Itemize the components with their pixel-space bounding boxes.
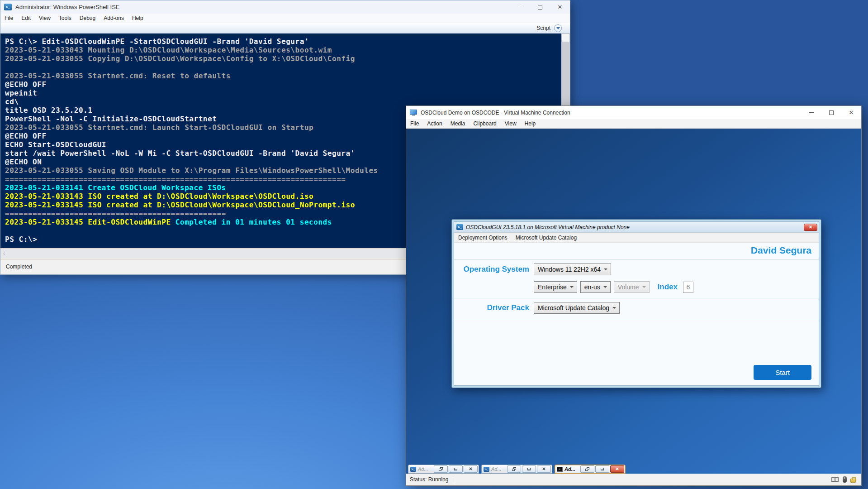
vm-window-title: OSDCloud Demo on OSDCODE - Virtual Machi… bbox=[421, 110, 802, 116]
maximize-button[interactable] bbox=[821, 106, 841, 119]
vm-connection-window: OSDCloud Demo on OSDCODE - Virtual Machi… bbox=[406, 105, 862, 486]
menu-item-file[interactable]: File bbox=[406, 119, 423, 128]
console-text-segment: PS C:\> bbox=[5, 235, 37, 244]
close-button[interactable]: ✕ bbox=[841, 106, 861, 119]
console-line: 2023-05-21-033055 Startnet.cmd: Reset to… bbox=[5, 72, 561, 80]
restore-button[interactable] bbox=[434, 465, 448, 473]
close-icon: ✕ bbox=[809, 225, 812, 230]
menu-item-add-ons[interactable]: Add-ons bbox=[100, 14, 128, 23]
chevron-down-icon bbox=[642, 286, 646, 288]
console-text-segment: wpeinit bbox=[5, 89, 37, 97]
menu-item-deployment-options[interactable]: Deployment Options bbox=[454, 233, 512, 242]
edition-dropdown[interactable]: Enterprise bbox=[534, 281, 577, 293]
console-text-segment: @ECHO OFF bbox=[5, 80, 47, 89]
gui-window-title: OSDCloudGUI 23.5.18.1 on Microsoft Virtu… bbox=[466, 224, 804, 230]
language-dropdown[interactable]: en-us bbox=[580, 281, 611, 293]
caption-label[interactable]: c:Ad... bbox=[556, 466, 579, 472]
keyboard-icon bbox=[831, 477, 839, 482]
console-text-segment: title OSD 23.5.20.1 bbox=[5, 106, 92, 115]
vm-monitor-icon bbox=[410, 110, 417, 116]
gui-titlebar[interactable]: >_ OSDCloudGUI 23.5.18.1 on Microsoft Vi… bbox=[454, 222, 819, 233]
gui-menubar: Deployment OptionsMicrosoft Update Catal… bbox=[454, 233, 819, 243]
maximize-button[interactable] bbox=[530, 0, 550, 14]
menu-item-view[interactable]: View bbox=[35, 14, 55, 23]
cmd-icon: c: bbox=[557, 467, 563, 472]
menu-item-action[interactable]: Action bbox=[423, 119, 446, 128]
restore-icon bbox=[512, 467, 516, 471]
ise-titlebar[interactable]: >_ Administrator: Windows PowerShell ISE… bbox=[0, 0, 570, 14]
powershell-icon: >_ bbox=[484, 467, 489, 472]
console-line: wpeinit bbox=[5, 89, 561, 97]
minimize-button[interactable] bbox=[522, 465, 536, 473]
console-text-segment: 2023-05-21-033145 Edit-OSDCloudWinPE bbox=[5, 218, 175, 226]
lock-icon bbox=[850, 479, 856, 483]
driver-pack-dropdown[interactable]: Microsoft Update Catalog bbox=[534, 302, 620, 314]
caption-label[interactable]: >_Ad... bbox=[483, 466, 506, 472]
restore-button[interactable] bbox=[507, 465, 521, 473]
console-text-segment: 2023-05-21-033055 Startnet.cmd: Reset to… bbox=[5, 72, 231, 80]
minimize-button[interactable] bbox=[449, 465, 463, 473]
maximize-icon bbox=[538, 5, 542, 10]
restore-button[interactable] bbox=[580, 465, 594, 473]
minimize-button[interactable] bbox=[510, 0, 530, 14]
menu-item-microsoft-update-catalog[interactable]: Microsoft Update Catalog bbox=[512, 233, 581, 242]
minimize-button[interactable] bbox=[595, 465, 609, 473]
mouse-icon bbox=[843, 476, 847, 483]
caption-label[interactable]: >_Ad... bbox=[409, 466, 433, 472]
console-line: PS C:\> Edit-OSDCloudWinPE -StartOSDClou… bbox=[5, 37, 561, 46]
close-icon: ✕ bbox=[615, 467, 619, 471]
console-text-segment: @ECHO OFF bbox=[5, 132, 47, 140]
powershell-icon: >_ bbox=[4, 4, 12, 10]
caption-title: Ad... bbox=[564, 466, 575, 472]
vm-screen[interactable]: >_ OSDCloudGUI 23.5.18.1 on Microsoft Vi… bbox=[406, 129, 861, 474]
console-text-segment: 2023-05-21-033055 Saving OSD Module to X… bbox=[5, 166, 378, 175]
close-button[interactable]: ✕ bbox=[464, 465, 478, 473]
index-field[interactable]: 6 bbox=[683, 282, 693, 293]
maximize-icon bbox=[829, 110, 834, 115]
menu-item-clipboard[interactable]: Clipboard bbox=[469, 119, 500, 128]
operating-system-dropdown[interactable]: Windows 11 22H2 x64 bbox=[534, 264, 611, 275]
license-dropdown[interactable]: Volume bbox=[614, 281, 650, 293]
menu-item-help[interactable]: Help bbox=[521, 119, 540, 128]
menu-item-edit[interactable]: Edit bbox=[17, 14, 35, 23]
console-text-segment: Completed in 01 minutes 01 seconds bbox=[175, 218, 332, 226]
chevron-down-icon bbox=[603, 286, 607, 288]
caption-title: Ad... bbox=[418, 466, 428, 472]
chevron-down-icon bbox=[612, 307, 616, 309]
vm-status-text: Status: Running bbox=[410, 476, 448, 483]
console-text-segment: 2023-05-21-033055 Copying D:\OSDCloud\Wo… bbox=[5, 54, 355, 63]
vm-menubar: FileActionMediaClipboardViewHelp bbox=[406, 119, 861, 129]
close-icon: ✕ bbox=[558, 4, 563, 10]
start-button[interactable]: Start bbox=[754, 365, 811, 380]
console-text-segment: @ECHO ON bbox=[5, 158, 42, 166]
close-button[interactable]: ✕ bbox=[550, 0, 570, 14]
console-text-segment: cd\ bbox=[5, 97, 19, 106]
ise-menubar: FileEditViewToolsDebugAdd-onsHelp bbox=[0, 14, 570, 23]
console-line: cd\ bbox=[5, 97, 561, 106]
close-button[interactable]: ✕ bbox=[610, 465, 624, 473]
menu-item-file[interactable]: File bbox=[0, 14, 17, 23]
powershell-icon: >_ bbox=[456, 224, 463, 230]
minimized-window-caption[interactable]: >_Ad...✕ bbox=[408, 465, 479, 474]
minimized-window-caption[interactable]: c:Ad...✕ bbox=[555, 465, 626, 474]
console-text-segment: ========================================… bbox=[5, 175, 346, 183]
menu-item-help[interactable]: Help bbox=[128, 14, 147, 23]
minimized-window-caption[interactable]: >_Ad...✕ bbox=[481, 465, 552, 474]
close-button[interactable]: ✕ bbox=[537, 465, 551, 473]
restore-icon bbox=[439, 467, 443, 471]
chevron-down-icon bbox=[604, 268, 607, 270]
vm-minimized-windows: >_Ad...✕>_Ad...✕c:Ad...✕ bbox=[408, 465, 626, 474]
script-expand-button[interactable] bbox=[554, 24, 562, 32]
menu-item-debug[interactable]: Debug bbox=[76, 14, 100, 23]
vm-titlebar[interactable]: OSDCloud Demo on OSDCODE - Virtual Machi… bbox=[406, 106, 861, 119]
minimize-button[interactable] bbox=[802, 106, 821, 119]
powershell-icon: >_ bbox=[410, 467, 416, 472]
console-line bbox=[5, 63, 561, 72]
close-button[interactable]: ✕ bbox=[804, 224, 817, 231]
menu-item-tools[interactable]: Tools bbox=[55, 14, 76, 23]
desktop: { "icons": { "close": "✕", "chevron_note… bbox=[0, 0, 868, 489]
scroll-up-button[interactable] bbox=[561, 34, 570, 42]
menu-item-view[interactable]: View bbox=[501, 119, 521, 128]
menu-item-media[interactable]: Media bbox=[446, 119, 470, 128]
console-text-segment: 2023-05-21-033141 Create OSDCloud Worksp… bbox=[5, 183, 226, 192]
